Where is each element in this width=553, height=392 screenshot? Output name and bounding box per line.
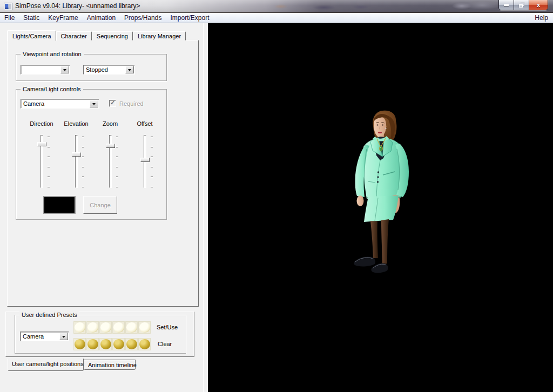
viewpoint-select[interactable] [21,65,70,75]
preset-ball-icon [75,339,85,349]
presets-target-select[interactable]: Camera [20,332,69,341]
change-button[interactable]: Change [83,196,117,214]
viewport-3d[interactable] [208,23,553,392]
minimize-icon [504,4,509,6]
slider-ticks [48,137,50,188]
tab-lights-camera[interactable]: Lights/Camera [8,30,56,41]
clear-label: Clear [158,341,172,347]
direction-label: Direction [25,120,58,127]
rotation-select[interactable]: Stopped [83,65,135,75]
preset-set-button[interactable] [138,321,151,334]
presets-group-title: User defined Presets [19,312,79,318]
preset-set-button[interactable] [99,321,112,334]
presets-panel: User defined Presets Camera [5,312,194,357]
slider-track[interactable] [75,135,78,188]
restore-button[interactable] [514,0,529,10]
dropdown-arrow-icon[interactable] [125,66,134,73]
slider-ticks [151,137,153,188]
preset-clear-button[interactable] [125,338,138,350]
tab-user-camera-light-positions[interactable]: User camera/light positions [8,359,84,371]
slider-thumb[interactable] [140,158,150,162]
checkmark-icon: ✓ [110,99,115,106]
menu-animation[interactable]: Animation [83,13,120,22]
menu-file[interactable]: File [0,13,19,22]
window-title: SimPose v9.04: Library- <unnamed library… [15,0,140,12]
presets-target-value: Camera [23,333,59,340]
control-panel: Lights/Camera Character Sequencing Libra… [0,23,208,392]
preset-clear-row [73,338,151,350]
menu-help[interactable]: Help [530,13,553,22]
preset-clear-button[interactable] [73,338,86,350]
minimize-button[interactable] [499,0,514,10]
set-use-label: Set/Use [157,324,178,330]
presets-group: User defined Presets Camera [15,315,186,354]
slider-track[interactable] [109,135,112,188]
app-icon [4,2,12,11]
titlebar[interactable]: SimPose v9.04: Library- <unnamed library… [0,0,553,13]
lights-camera-page: Viewpoint and rotation Stopped Camera/Li… [7,40,199,307]
caption-buttons: x [498,0,548,10]
preset-set-button[interactable] [125,321,138,334]
preset-ball-icon [87,339,98,349]
preset-clear-button[interactable] [99,338,112,350]
rotation-value: Stopped [86,66,125,73]
elevation-label: Elevation [60,120,92,127]
preset-ball-icon [139,322,150,333]
direction-slider[interactable] [33,135,51,189]
required-checkbox[interactable]: ✓ [109,100,116,107]
menubar: File Static KeyFrame Animation Props/Han… [0,13,553,23]
slider-thumb[interactable] [37,142,46,146]
dropdown-arrow-icon[interactable] [60,66,69,73]
camera-target-select[interactable]: Camera [21,99,99,109]
preset-set-row [73,321,151,334]
close-icon: x [537,2,540,8]
preset-clear-button[interactable] [112,338,125,350]
preset-ball-icon [113,322,124,333]
menu-import-export[interactable]: Import/Export [166,13,213,22]
color-swatch[interactable] [43,196,76,214]
tab-character[interactable]: Character [56,31,92,40]
camera-light-group: Camera/Light controls Camera ✓ Required … [16,89,167,220]
tab-library-manager[interactable]: Library Manager [133,31,186,40]
zoom-label: Zoom [94,120,126,127]
preset-ball-icon [75,322,85,333]
preset-ball-icon [126,339,137,349]
preset-set-button[interactable] [112,321,125,334]
dropdown-arrow-icon[interactable] [90,100,98,107]
preset-ball-icon [100,339,111,349]
elevation-slider[interactable] [68,135,86,189]
app-window: SimPose v9.04: Library- <unnamed library… [0,0,553,392]
required-label: Required [119,100,144,107]
preset-ball-icon [139,339,150,349]
slider-ticks [116,137,118,188]
zoom-slider[interactable] [102,135,120,189]
camera-light-group-title: Camera/Light controls [21,86,83,92]
tab-animation-timeline[interactable]: Animation timeline [84,360,136,370]
menu-props-hands[interactable]: Props/Hands [120,13,166,22]
slider-ticks [82,137,84,188]
preset-ball-icon [126,322,137,333]
dropdown-arrow-icon[interactable] [59,333,68,340]
menu-keyframe[interactable]: KeyFrame [44,13,82,22]
menu-static[interactable]: Static [19,13,44,22]
offset-label: Offset [129,120,161,127]
preset-clear-button[interactable] [86,338,99,350]
preset-clear-button[interactable] [138,338,151,350]
tab-sequencing[interactable]: Sequencing [92,31,133,40]
preset-set-button[interactable] [73,321,86,334]
slider-thumb[interactable] [72,152,81,157]
preset-ball-icon [113,339,124,349]
camera-target-value: Camera [23,100,89,107]
close-button[interactable]: x [529,0,548,10]
main-tabs: Lights/Camera Character Sequencing Libra… [8,30,186,40]
restore-icon [519,3,524,8]
viewpoint-group-title: Viewpoint and rotation [21,51,84,57]
offset-slider[interactable] [136,135,154,189]
preset-set-button[interactable] [86,321,99,334]
preset-ball-icon [87,322,98,333]
preset-ball-icon [100,322,111,333]
character-figure [348,108,419,276]
change-button-label: Change [90,202,111,208]
slider-thumb[interactable] [106,144,115,148]
viewpoint-group: Viewpoint and rotation Stopped [16,54,167,81]
